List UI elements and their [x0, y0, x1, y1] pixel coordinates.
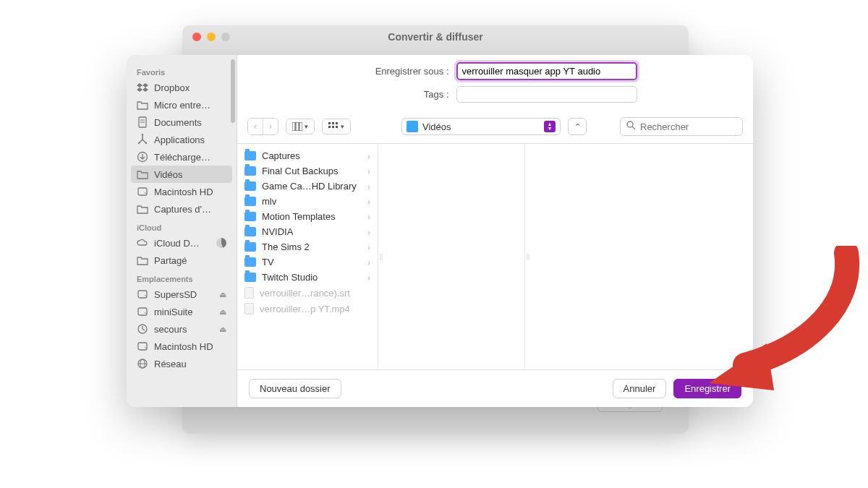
svg-point-28 [627, 121, 633, 127]
nav-forward-button[interactable]: › [263, 119, 278, 134]
sidebar-item[interactable]: Vidéos [131, 166, 232, 183]
doc-icon [137, 116, 148, 128]
disk-icon [137, 288, 148, 300]
browser-item[interactable]: Final Cut Backups› [237, 163, 378, 179]
browser-item[interactable]: The Sims 2› [237, 239, 378, 254]
sidebar-item[interactable]: Captures d'… [127, 200, 237, 218]
sidebar-item[interactable]: secours⏏ [127, 320, 237, 338]
chevron-right-icon: › [367, 228, 370, 236]
sidebar-item[interactable]: Macintosh HD [127, 338, 237, 355]
browser-item[interactable]: verrouiller…rance).srt [237, 285, 378, 301]
browser-item[interactable]: verrouiller…p YT.mp4 [237, 301, 378, 317]
sidebar-item[interactable]: Micro entre… [127, 96, 237, 114]
sidebar-item-label: Applications [154, 134, 205, 145]
sidebar-item[interactable]: Applications [127, 131, 237, 148]
sidebar-item[interactable]: Dropbox [127, 79, 237, 96]
sidebar-item-label: Réseau [154, 359, 187, 369]
chevron-right-icon: › [367, 167, 370, 176]
browser-item[interactable]: Game Ca…HD Library› [237, 179, 378, 194]
sidebar-item[interactable]: Documents [127, 114, 237, 131]
browser-item-label: Final Cut Backups [262, 166, 339, 176]
svg-point-4 [138, 142, 140, 144]
folder-icon [244, 197, 256, 206]
svg-rect-9 [138, 291, 147, 298]
browser-item-label: verrouiller…p YT.mp4 [260, 304, 350, 314]
browser-item-label: Motion Templates [262, 211, 336, 222]
browser-item[interactable]: Twitch Studio› [237, 270, 378, 285]
view-group-toggle[interactable]: ▾ [322, 119, 351, 134]
svg-rect-23 [332, 122, 334, 124]
browser-item-label: Captures [262, 150, 300, 161]
svg-rect-14 [138, 343, 147, 350]
save-as-input[interactable] [456, 62, 637, 80]
chevron-right-icon: › [367, 152, 370, 160]
sidebar-item[interactable]: miniSuite⏏ [127, 303, 237, 320]
location-popup[interactable]: Vidéos ▴▾ [401, 118, 561, 135]
sidebar-item-label: Captures d'… [154, 204, 211, 215]
cancel-button[interactable]: Annuler [613, 379, 667, 398]
minimize-window-button[interactable] [207, 33, 216, 41]
eject-icon[interactable]: ⏏ [219, 325, 226, 334]
eject-icon[interactable]: ⏏ [219, 290, 226, 299]
sidebar-item-label: Documents [154, 117, 202, 128]
save-button[interactable]: Enregistrer [673, 379, 741, 398]
sidebar-item-label: Dropbox [154, 82, 190, 93]
browser-item[interactable]: Motion Templates› [237, 209, 378, 224]
disk-icon [137, 186, 148, 197]
folder-icon [244, 151, 256, 160]
tags-input[interactable] [456, 86, 637, 103]
sidebar-item-label: Partagé [154, 255, 187, 266]
sidebar-item-label: Vidéos [154, 169, 183, 180]
eject-icon[interactable]: ⏏ [219, 307, 226, 317]
browser-item[interactable]: Captures› [237, 148, 378, 163]
browser-item[interactable]: TV› [237, 254, 378, 270]
sidebar-item-label: SupersSD [154, 289, 197, 300]
browser-item-label: TV [262, 257, 274, 267]
sidebar-item[interactable]: Télécharge… [127, 148, 237, 166]
browser-item[interactable]: mlv› [237, 194, 378, 209]
collapse-button[interactable]: ⌃ [568, 118, 587, 135]
svg-point-12 [145, 312, 146, 314]
close-window-button[interactable] [192, 33, 201, 41]
parent-window-title: Convertir & diffuser [182, 31, 689, 43]
sidebar-item[interactable]: Partagé [127, 252, 237, 269]
svg-rect-26 [332, 126, 334, 128]
browser-item[interactable]: NVIDIA› [237, 224, 378, 239]
folder-icon [137, 203, 148, 215]
browser-column-empty [531, 144, 753, 369]
sidebar-item[interactable]: Macintosh HD [127, 183, 237, 200]
folder-icon [244, 212, 256, 221]
save-dialog: Favoris DropboxMicro entre…DocumentsAppl… [127, 55, 753, 407]
browser-column[interactable]: Captures›Final Cut Backups›Game Ca…HD Li… [237, 144, 378, 369]
file-icon [244, 303, 254, 314]
column-resize-handle[interactable]: || [378, 144, 384, 369]
columns-icon: ▾ [286, 119, 314, 134]
sidebar-item[interactable]: Réseau [127, 355, 237, 372]
svg-rect-7 [138, 188, 147, 195]
new-folder-button[interactable]: Nouveau dossier [249, 379, 341, 398]
chevron-right-icon: › [367, 258, 370, 267]
download-icon [137, 151, 148, 163]
main-panel: Enregistrer sous : Tags : ‹ › ▾ ▾ Vidéos [237, 55, 753, 407]
search-input[interactable] [640, 121, 736, 132]
sidebar-item[interactable]: SupersSD⏏ [127, 286, 237, 303]
sidebar-item[interactable]: iCloud D… [127, 234, 237, 252]
search-field[interactable] [620, 117, 743, 136]
sidebar-item-label: Macintosh HD [154, 187, 213, 197]
sidebar-scrollbar[interactable] [231, 59, 235, 123]
svg-point-10 [145, 295, 146, 296]
apps-icon [137, 134, 148, 145]
nav-back-button[interactable]: ‹ [248, 119, 263, 134]
column-resize-handle[interactable]: || [525, 144, 531, 369]
tags-label: Tags : [354, 89, 449, 100]
chevron-right-icon: › [367, 243, 370, 252]
sidebar-item-label: iCloud D… [154, 238, 200, 249]
chevron-down-icon: ▾ [305, 123, 308, 130]
svg-rect-24 [336, 122, 338, 124]
browser-item-label: Twitch Studio [262, 272, 318, 283]
globe-icon [137, 358, 148, 369]
sidebar-section-favoris: Favoris [127, 62, 237, 79]
chevron-down-icon: ▾ [341, 123, 344, 130]
toolbar: ‹ › ▾ ▾ Vidéos ▴▾ ⌃ [237, 113, 753, 144]
view-columns-toggle[interactable]: ▾ [286, 119, 315, 134]
